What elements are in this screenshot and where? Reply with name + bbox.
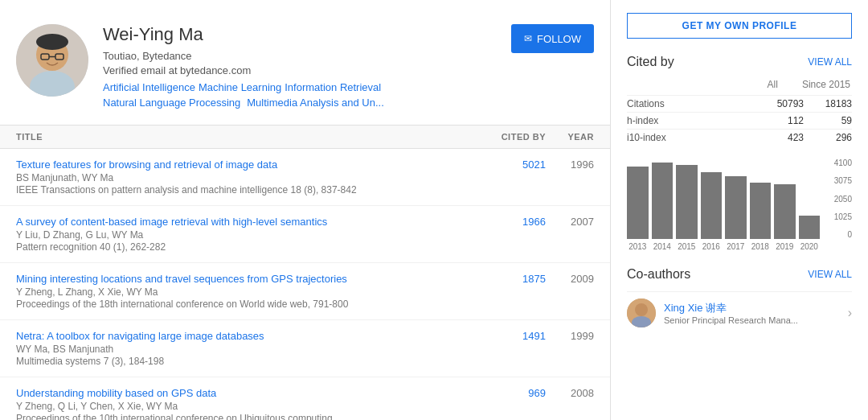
paper-cited-count[interactable]: 1875 — [473, 273, 546, 285]
profile-name: Wei-Ying Ma — [103, 24, 497, 45]
col-all-header: All — [768, 79, 778, 90]
avatar — [16, 24, 88, 97]
chart-y-label: 1025 — [823, 212, 852, 221]
chart-bar — [725, 176, 747, 239]
citation-stat-row: Citations 50793 18183 — [627, 95, 852, 112]
paper-authors: Y Liu, D Zhang, G Lu, WY Ma — [16, 229, 473, 241]
cited-by-view-all[interactable]: VIEW ALL — [808, 56, 852, 68]
col-year-header: YEAR — [546, 132, 594, 142]
chart-x-labels: 20132014201520162017201820192020 — [627, 242, 852, 251]
chart-bar — [627, 167, 649, 239]
tag-multimedia[interactable]: Multimedia Analysis and Un... — [247, 97, 384, 109]
cited-by-header: Cited by VIEW ALL — [627, 55, 852, 69]
chart-y-label: 2050 — [823, 195, 852, 204]
coauthors-header: Co-authors VIEW ALL — [627, 267, 852, 282]
chart-bar — [701, 172, 723, 239]
coauthors-list: Xing Xie 谢幸 Senior Principal Research Ma… — [627, 291, 852, 334]
chart-x-label: 2014 — [652, 242, 674, 251]
chart-x-label: 2013 — [627, 242, 649, 251]
paper-title[interactable]: Texture features for browsing and retrie… — [16, 159, 473, 171]
profile-tags: Artificial Intelligence Machine Learning… — [103, 81, 497, 109]
tag-ai[interactable]: Artificial Intelligence — [103, 81, 195, 93]
chart-y-labels: 41003075205010250 — [823, 159, 852, 239]
citation-stat-label: i10-index — [627, 132, 755, 143]
chevron-right-icon: › — [848, 306, 852, 320]
follow-label: FOLLOW — [537, 33, 581, 45]
paper-info: Understanding mobility based on GPS data… — [16, 387, 473, 421]
paper-title[interactable]: Netra: A toolbox for navigating large im… — [16, 330, 473, 342]
citations-chart: 41003075205010250 2013201420152016201720… — [627, 159, 852, 251]
paper-authors: WY Ma, BS Manjunath — [16, 344, 473, 355]
chart-y-label: 4100 — [823, 159, 852, 167]
get-profile-button[interactable]: GET MY OWN PROFILE — [627, 13, 852, 39]
paper-cited-count[interactable]: 5021 — [473, 159, 546, 171]
paper-authors: Y Zheng, Q Li, Y Chen, X Xie, WY Ma — [16, 401, 473, 412]
coauthor-info: Xing Xie 谢幸 Senior Principal Research Ma… — [664, 301, 840, 325]
citation-stat-all: 50793 — [755, 98, 804, 109]
coauthors-title: Co-authors — [627, 267, 690, 282]
tag-ml[interactable]: Machine Learning — [199, 81, 281, 93]
paper-info: Texture features for browsing and retrie… — [16, 159, 473, 196]
chart-bar — [750, 183, 772, 239]
paper-cited-count[interactable]: 1491 — [473, 330, 546, 342]
profile-email: Verified email at bytedance.com — [103, 64, 497, 76]
chart-bars — [627, 159, 852, 239]
citations-rows: Citations 50793 18183 h-index 112 59 i10… — [627, 95, 852, 146]
papers-list: Texture features for browsing and retrie… — [0, 149, 610, 421]
papers-table: TITLE CITED BY YEAR Texture features for… — [0, 125, 610, 421]
paper-cited-count[interactable]: 1966 — [473, 216, 546, 228]
table-row: Netra: A toolbox for navigating large im… — [0, 320, 610, 377]
chart-y-label: 0 — [823, 230, 852, 239]
paper-info: A survey of content-based image retrieva… — [16, 216, 473, 253]
tag-nlp[interactable]: Natural Language Processing — [103, 97, 240, 109]
citation-stat-row: i10-index 423 296 — [627, 129, 852, 146]
col-cited-header: CITED BY — [473, 132, 546, 142]
coauthor-avatar — [627, 299, 656, 327]
paper-venue: Pattern recognition 40 (1), 262-282 — [16, 241, 473, 253]
paper-info: Mining interesting locations and travel … — [16, 273, 473, 310]
paper-year: 2008 — [546, 387, 594, 399]
coauthors-view-all[interactable]: VIEW ALL — [808, 269, 852, 280]
chart-bar — [799, 216, 821, 239]
chart-y-label: 3075 — [823, 176, 852, 185]
paper-year: 1999 — [546, 330, 594, 342]
chart-x-label: 2016 — [701, 242, 723, 251]
citation-stat-since2015: 18183 — [804, 98, 852, 109]
chart-x-label: 2020 — [799, 242, 821, 251]
citation-stat-row: h-index 112 59 — [627, 112, 852, 129]
paper-venue: Proceedings of the 18th international co… — [16, 299, 473, 310]
coauthor-name[interactable]: Xing Xie 谢幸 — [664, 301, 840, 315]
chart-bar — [774, 184, 796, 239]
citation-stat-all: 112 — [755, 115, 804, 126]
paper-title[interactable]: A survey of content-based image retrieva… — [16, 216, 473, 228]
chart-x-label: 2018 — [750, 242, 772, 251]
chart-x-label: 2017 — [725, 242, 747, 251]
paper-title[interactable]: Mining interesting locations and travel … — [16, 273, 473, 285]
paper-venue: Multimedia systems 7 (3), 184-198 — [16, 356, 473, 367]
paper-authors: BS Manjunath, WY Ma — [16, 172, 473, 183]
paper-year: 1996 — [546, 159, 594, 171]
citation-stat-since2015: 296 — [804, 132, 852, 143]
profile-affiliation-line1: Toutiao, Bytedance — [103, 48, 497, 64]
table-row: Understanding mobility based on GPS data… — [0, 377, 610, 421]
coauthor-item[interactable]: Xing Xie 谢幸 Senior Principal Research Ma… — [627, 291, 852, 334]
citations-table: All Since 2015 Citations 50793 18183 h-i… — [627, 79, 852, 146]
citation-stat-since2015: 59 — [804, 115, 852, 126]
paper-year: 2009 — [546, 273, 594, 285]
chart-bar — [676, 165, 698, 239]
left-panel: Wei-Ying Ma Toutiao, Bytedance Verified … — [0, 0, 611, 420]
tag-ir[interactable]: Information Retrieval — [285, 81, 381, 93]
citation-stat-all: 423 — [755, 132, 804, 143]
follow-button[interactable]: ✉ FOLLOW — [511, 24, 594, 53]
paper-info: Netra: A toolbox for navigating large im… — [16, 330, 473, 367]
table-row: A survey of content-based image retrieva… — [0, 206, 610, 263]
citation-stat-label: h-index — [627, 115, 755, 126]
chart-x-label: 2019 — [774, 242, 796, 251]
profile-info: Wei-Ying Ma Toutiao, Bytedance Verified … — [103, 24, 497, 109]
cited-by-title: Cited by — [627, 55, 674, 69]
paper-title[interactable]: Understanding mobility based on GPS data — [16, 387, 473, 399]
col-since2015-header: Since 2015 — [802, 79, 850, 90]
table-row: Mining interesting locations and travel … — [0, 263, 610, 320]
paper-cited-count[interactable]: 969 — [473, 387, 546, 399]
paper-year: 2007 — [546, 216, 594, 228]
